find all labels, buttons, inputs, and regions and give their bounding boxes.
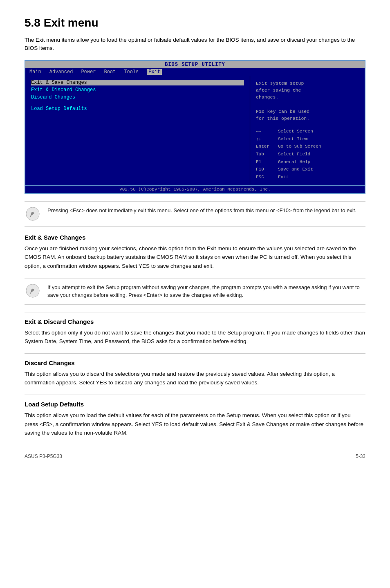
section-heading-exit-discard: Exit & Discard Changes bbox=[25, 318, 365, 325]
legend-desc-ud: Select Item bbox=[278, 135, 308, 143]
legend-row-ud: ↑↓ Select Item bbox=[256, 135, 359, 143]
bios-nav: Main Advanced Power Boot Tools Exit bbox=[25, 68, 365, 76]
note-text-2: If you attempt to exit the Setup program… bbox=[47, 283, 365, 299]
divider-1 bbox=[25, 312, 365, 312]
legend-row-enter: Enter Go to Sub Screen bbox=[256, 143, 359, 150]
legend-key-f10: F10 bbox=[256, 166, 276, 173]
intro-text: The Exit menu items allow you to load th… bbox=[25, 36, 365, 53]
footer-right: 5-33 bbox=[356, 453, 365, 459]
legend-key-f1: F1 bbox=[256, 158, 276, 166]
section-body-discard: This option allows you to discard the se… bbox=[25, 370, 365, 387]
bios-nav-power: Power bbox=[81, 69, 96, 75]
section-heading-load-defaults: Load Setup Defaults bbox=[25, 401, 365, 408]
bios-header: BIOS SETUP UTILITY bbox=[25, 61, 365, 68]
legend-key-enter: Enter bbox=[256, 143, 276, 150]
legend-key-lr: ←→ bbox=[256, 128, 276, 135]
legend-desc-enter: Go to Sub Screen bbox=[278, 143, 321, 150]
bios-menu-item-load-defaults[interactable]: Load Setup Defaults bbox=[31, 106, 244, 112]
section-body-exit-save: Once you are finished making your select… bbox=[25, 244, 365, 271]
legend-key-esc: ESC bbox=[256, 173, 276, 181]
bios-legend: ←→ Select Screen ↑↓ Select Item Enter Go… bbox=[256, 128, 359, 181]
divider-3 bbox=[25, 395, 365, 395]
bios-footer: v02.58 (C)Copyright 1985-2007, American … bbox=[25, 185, 365, 193]
legend-row-f10: F10 Save and Exit bbox=[256, 166, 359, 173]
note-box-1: Pressing <Esc> does not immediately exit… bbox=[25, 201, 365, 227]
bios-menu-left: Exit & Save Changes Exit & Discard Chang… bbox=[25, 76, 250, 185]
divider-2 bbox=[25, 353, 365, 354]
bios-nav-exit: Exit bbox=[147, 69, 162, 75]
legend-row-arrows: ←→ Select Screen bbox=[256, 128, 359, 135]
bios-nav-main: Main bbox=[29, 69, 41, 75]
section-body-load-defaults: This option allows you to load the defau… bbox=[25, 411, 365, 438]
legend-key-ud: ↑↓ bbox=[256, 135, 276, 143]
bios-menu-item-discard[interactable]: Discard Changes bbox=[31, 94, 244, 100]
footer-left: ASUS P3-P5G33 bbox=[25, 453, 62, 459]
legend-desc-tab: Select Field bbox=[278, 150, 310, 158]
bios-nav-boot: Boot bbox=[104, 69, 116, 75]
bios-content: Exit & Save Changes Exit & Discard Chang… bbox=[25, 76, 365, 185]
legend-row-esc: ESC Exit bbox=[256, 173, 359, 181]
bios-menu-spacer bbox=[31, 102, 244, 106]
legend-desc-lr: Select Screen bbox=[278, 128, 313, 135]
bios-help-right: Exit system setupafter saving thechanges… bbox=[250, 76, 365, 185]
legend-row-f1: F1 General Help bbox=[256, 158, 359, 166]
legend-key-tab: Tab bbox=[256, 150, 276, 158]
note-box-2: If you attempt to exit the Setup program… bbox=[25, 278, 365, 305]
legend-desc-f1: General Help bbox=[278, 158, 310, 166]
note-icon-2 bbox=[25, 283, 41, 298]
note-icon-1 bbox=[25, 206, 41, 221]
legend-desc-esc: Exit bbox=[278, 173, 289, 181]
bios-nav-tools: Tools bbox=[124, 69, 139, 75]
bios-screenshot: BIOS SETUP UTILITY Main Advanced Power B… bbox=[25, 60, 365, 194]
note-text-1: Pressing <Esc> does not immediately exit… bbox=[47, 206, 356, 215]
bios-menu-item-exit-discard[interactable]: Exit & Discard Changes bbox=[31, 87, 244, 93]
section-body-exit-discard: Select this option only if you do not wa… bbox=[25, 328, 365, 346]
legend-row-tab: Tab Select Field bbox=[256, 150, 359, 158]
page-title: 5.8 Exit menu bbox=[25, 16, 365, 29]
section-heading-exit-save: Exit & Save Changes bbox=[25, 234, 365, 241]
page-footer: ASUS P3-P5G33 5-33 bbox=[25, 450, 365, 459]
bios-nav-advanced: Advanced bbox=[49, 69, 73, 75]
legend-desc-f10: Save and Exit bbox=[278, 166, 313, 173]
bios-menu-item-exit-save[interactable]: Exit & Save Changes bbox=[31, 80, 244, 85]
bios-help-text: Exit system setupafter saving thechanges… bbox=[256, 80, 359, 122]
section-heading-discard: Discard Changes bbox=[25, 359, 365, 366]
